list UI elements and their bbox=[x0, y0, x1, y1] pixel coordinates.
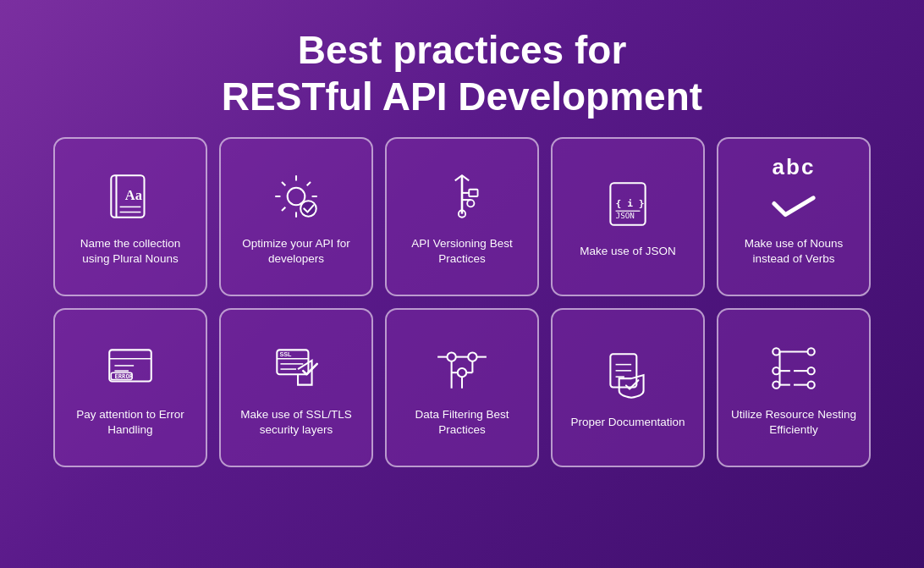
optimize-api-icon bbox=[267, 167, 326, 226]
documentation-label: Proper Documentation bbox=[570, 415, 685, 430]
resource-nesting-label: Utilize Resource Nesting Efficiently bbox=[729, 407, 859, 438]
svg-point-29 bbox=[468, 353, 476, 361]
svg-rect-8 bbox=[469, 190, 477, 196]
api-versioning-icon bbox=[432, 167, 492, 226]
svg-text:JSON: JSON bbox=[616, 211, 635, 220]
cards-container: Aa Name the collection using Plural Noun… bbox=[0, 137, 924, 467]
optimize-api-label: Optimize your API for developers bbox=[231, 236, 361, 267]
svg-text:{ i }: { i } bbox=[616, 197, 645, 209]
api-versioning-label: API Versioning Best Practices bbox=[397, 236, 527, 267]
card-resource-nesting: Utilize Resource Nesting Efficiently bbox=[717, 308, 871, 467]
card-nouns-verbs: abc Make use of Nouns instead of Verbs bbox=[717, 137, 871, 296]
card-plural-nouns: Aa Name the collection using Plural Noun… bbox=[53, 137, 207, 296]
error-handling-label: Pay attention to Error Handling bbox=[65, 407, 195, 438]
error-handling-icon: ERROR bbox=[101, 338, 160, 397]
page-title: Best practices for RESTful API Developme… bbox=[222, 27, 702, 120]
svg-point-54 bbox=[808, 367, 815, 374]
ssl-tls-icon: SSL bbox=[267, 338, 326, 397]
svg-point-48 bbox=[773, 382, 779, 389]
card-error-handling: ERROR Pay attention to Error Handling bbox=[53, 308, 207, 467]
nouns-verbs-icon: abc bbox=[764, 167, 823, 226]
data-filtering-icon bbox=[432, 338, 492, 397]
nouns-verbs-label: Make use of Nouns instead of Verbs bbox=[729, 236, 859, 267]
svg-point-53 bbox=[808, 348, 815, 355]
svg-point-11 bbox=[467, 200, 474, 207]
card-api-versioning: API Versioning Best Practices bbox=[385, 137, 539, 296]
documentation-icon bbox=[598, 345, 657, 405]
page-header: Best practices for RESTful API Developme… bbox=[205, 0, 719, 137]
use-json-icon: { i } JSON bbox=[598, 174, 657, 234]
card-use-json: { i } JSON Make use of JSON bbox=[551, 137, 705, 296]
resource-nesting-icon bbox=[764, 338, 823, 397]
plural-nouns-icon: Aa bbox=[101, 167, 160, 226]
svg-text:Aa: Aa bbox=[125, 187, 142, 203]
card-data-filtering: Data Filtering Best Practices bbox=[385, 308, 539, 467]
ssl-tls-label: Make use of SSL/TLS security layers bbox=[231, 407, 361, 438]
svg-text:SSL: SSL bbox=[279, 350, 292, 358]
card-documentation: Proper Documentation bbox=[551, 308, 705, 467]
svg-point-43 bbox=[773, 348, 779, 355]
cards-row-2: ERROR Pay attention to Error Handling SS… bbox=[51, 308, 873, 467]
svg-point-28 bbox=[447, 353, 455, 361]
cards-row-1: Aa Name the collection using Plural Noun… bbox=[51, 137, 873, 296]
svg-point-55 bbox=[808, 382, 815, 389]
card-optimize-api: Optimize your API for developers bbox=[219, 137, 373, 296]
card-ssl-tls: SSL Make use of SSL/TLS security layers bbox=[219, 308, 373, 467]
svg-point-46 bbox=[773, 367, 779, 374]
svg-point-6 bbox=[300, 201, 316, 217]
plural-nouns-label: Name the collection using Plural Nouns bbox=[65, 236, 195, 267]
svg-point-30 bbox=[458, 368, 466, 377]
svg-text:ERROR: ERROR bbox=[114, 373, 133, 381]
data-filtering-label: Data Filtering Best Practices bbox=[397, 407, 527, 438]
use-json-label: Make use of JSON bbox=[580, 244, 675, 259]
